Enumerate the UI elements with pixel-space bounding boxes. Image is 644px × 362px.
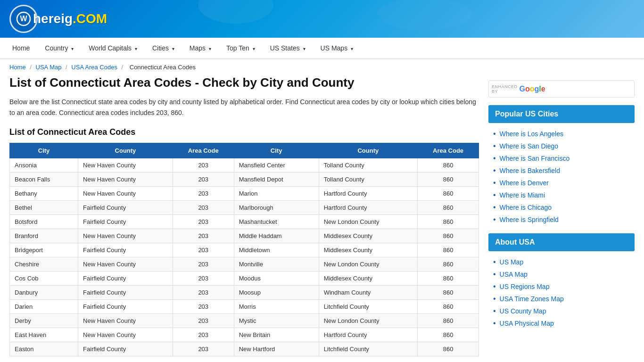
list-item: Where is Springfield (493, 214, 635, 226)
col-header-city1: City (10, 143, 78, 158)
arrow-icon: ▾ (71, 46, 74, 51)
link-los-angeles[interactable]: Where is Los Angeles (500, 130, 563, 138)
main-nav: Home Country ▾ World Capitals ▾ Cities ▾… (0, 38, 644, 59)
breadcrumb-sep: / (66, 64, 69, 71)
link-denver[interactable]: Where is Denver (500, 179, 549, 187)
table-row: EastonFairfield County203New HartfordLit… (10, 342, 479, 356)
popular-cities-list: Where is Los Angeles Where is San Diego … (488, 128, 635, 226)
logo-tld: .COM (73, 11, 107, 26)
nav-item-country[interactable]: Country ▾ (37, 38, 81, 58)
google-brand: ENHANCED BY (489, 84, 518, 94)
page-description: Below are the list Connecticut state are… (9, 97, 479, 118)
link-springfield[interactable]: Where is Springfield (500, 216, 559, 223)
arrow-icon: ▾ (209, 46, 211, 51)
table-row: DanburyFairfield County203MoosupWindham … (10, 285, 479, 299)
main-content: List of Connecticut Area Codes - Check b… (9, 75, 479, 356)
breadcrumb: Home / USA Map / USA Area Codes / Connec… (0, 59, 644, 75)
link-us-county-map[interactable]: US County Map (500, 307, 546, 315)
nav-item-world-capitals[interactable]: World Capitals ▾ (81, 38, 145, 58)
table-row: DarienFairfield County203MorrisLitchfiel… (10, 299, 479, 313)
page-title: List of Connecticut Area Codes - Check b… (9, 75, 479, 90)
link-usa-time-zones-map[interactable]: USA Time Zones Map (500, 295, 564, 303)
table-row: BridgeportFairfield County203MiddletownM… (10, 243, 479, 257)
list-item: Where is San Francisco (493, 152, 635, 165)
table-row: AnsoniaNew Haven County203Mansfield Cent… (10, 158, 479, 172)
link-us-regions-map[interactable]: US Regions Map (500, 283, 550, 290)
nav-item-us-states[interactable]: US States ▾ (263, 38, 313, 58)
table-row: BethanyNew Haven County203MarionHartford… (10, 186, 479, 200)
breadcrumb-home[interactable]: Home (9, 64, 26, 71)
list-item: Where is Denver (493, 177, 635, 189)
list-item: Where is Los Angeles (493, 128, 635, 140)
col-header-areacode1: Area Code (173, 143, 234, 158)
area-codes-table: City County Area Code City County Area C… (9, 143, 479, 356)
nav-item-cities[interactable]: Cities ▾ (145, 38, 182, 58)
list-item: US County Map (493, 305, 635, 317)
breadcrumb-sep: / (30, 64, 33, 71)
about-usa-header: About USA (488, 233, 635, 251)
link-bakersfield[interactable]: Where is Bakersfield (500, 167, 560, 174)
list-item: USA Map (493, 268, 635, 280)
site-header: W hereig.COM (0, 0, 644, 38)
link-san-diego[interactable]: Where is San Diego (500, 142, 559, 150)
col-header-city2: City (234, 143, 319, 158)
list-item: US Regions Map (493, 280, 635, 293)
col-header-areacode2: Area Code (418, 143, 479, 158)
section-title: List of Connecticut Area Codes (9, 127, 479, 137)
list-item: Where is San Diego (493, 140, 635, 152)
arrow-icon: ▾ (172, 46, 174, 51)
google-logo: Google (518, 85, 547, 93)
nav-item-maps[interactable]: Maps ▾ (182, 38, 219, 58)
arrow-icon: ▾ (351, 46, 353, 51)
table-row: CheshireNew Haven County203MontvilleNew … (10, 257, 479, 271)
popular-cities-header: Popular US Cities (488, 105, 635, 123)
breadcrumb-usa-map[interactable]: USA Map (36, 64, 62, 71)
table-row: BotsfordFairfield County203MashantucketN… (10, 214, 479, 229)
nav-item-us-maps[interactable]: US Maps ▾ (313, 38, 361, 58)
list-item: USA Physical Map (493, 317, 635, 329)
arrow-icon: ▾ (303, 46, 305, 51)
search-box: ENHANCED BY Google 🔍 (488, 80, 635, 98)
link-us-map[interactable]: US Map (500, 258, 524, 266)
col-header-county1: County (78, 143, 173, 158)
logo-text: hereig.COM (33, 11, 107, 26)
arrow-icon: ▾ (253, 46, 255, 51)
list-item: Where is Chicago (493, 201, 635, 214)
breadcrumb-usa-area-codes[interactable]: USA Area Codes (71, 64, 117, 71)
list-item: Where is Bakersfield (493, 165, 635, 177)
sidebar: ENHANCED BY Google 🔍 Popular US Cities W… (488, 75, 635, 356)
table-row: Beacon FallsNew Haven County203Mansfield… (10, 172, 479, 186)
link-usa-map[interactable]: USA Map (500, 271, 528, 278)
about-usa-list: US Map USA Map US Regions Map USA Time Z… (488, 256, 635, 329)
col-header-county2: County (319, 143, 417, 158)
arrow-icon: ▾ (135, 46, 137, 51)
table-row: East HavenNew Haven County203New Britain… (10, 328, 479, 342)
table-row: DerbyNew Haven County203MysticNew London… (10, 313, 479, 328)
link-usa-physical-map[interactable]: USA Physical Map (500, 320, 554, 327)
list-item: Where is Miami (493, 189, 635, 201)
breadcrumb-current: Connecticut Area Codes (130, 64, 196, 71)
table-row: BranfordNew Haven County203Middle Haddam… (10, 229, 479, 243)
list-item: USA Time Zones Map (493, 293, 635, 305)
search-input[interactable] (547, 82, 635, 97)
breadcrumb-sep: / (122, 64, 125, 71)
logo[interactable]: W hereig.COM (9, 5, 107, 33)
link-miami[interactable]: Where is Miami (500, 191, 545, 199)
svg-text:W: W (20, 15, 27, 23)
nav-item-top-ten[interactable]: Top Ten ▾ (219, 38, 263, 58)
nav-item-home[interactable]: Home (5, 38, 37, 58)
table-row: Cos CobFairfield County203MoodusMiddlese… (10, 271, 479, 285)
list-item: US Map (493, 256, 635, 268)
enhanced-by-label: ENHANCED BY (492, 84, 518, 94)
link-chicago[interactable]: Where is Chicago (500, 204, 552, 211)
link-san-francisco[interactable]: Where is San Francisco (500, 155, 570, 162)
table-row: BethelFairfield County203MarlboroughHart… (10, 200, 479, 214)
